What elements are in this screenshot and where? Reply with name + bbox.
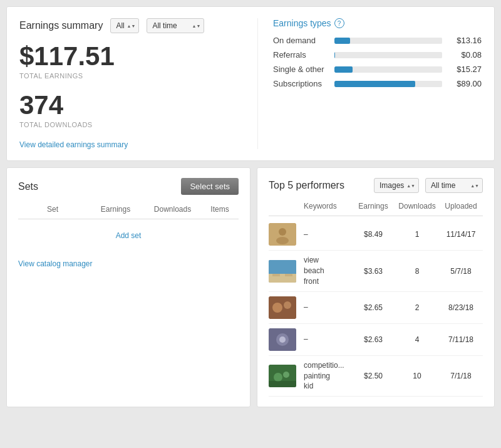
left-summary: Earnings summary All All time This month… bbox=[19, 18, 257, 149]
earnings-row-subscriptions: Subscriptions $89.00 bbox=[273, 79, 482, 88]
sets-col-downloads: Downloads bbox=[144, 205, 201, 214]
earnings-label-referrals: Referrals bbox=[273, 50, 329, 60]
performers-col-uploaded: Uploaded bbox=[439, 202, 483, 211]
performers-row-2: view beach front $3.63 8 5/7/18 bbox=[269, 251, 483, 291]
bar-fill-subscriptions bbox=[334, 81, 415, 87]
svg-point-9 bbox=[272, 303, 282, 313]
total-downloads-label: TOTAL DOWNLOADS bbox=[19, 121, 245, 128]
svg-point-15 bbox=[274, 373, 282, 382]
performers-thumb-5 bbox=[269, 365, 301, 387]
performers-uploaded-2: 5/7/18 bbox=[439, 267, 483, 276]
performers-row-1: – $8.49 1 11/14/17 bbox=[269, 219, 483, 251]
earnings-summary-panel: Earnings summary All All time This month… bbox=[6, 6, 495, 161]
performers-title: Top 5 performers bbox=[269, 180, 368, 191]
performers-col-downloads: Downloads bbox=[395, 202, 439, 211]
performers-earnings-4: $2.63 bbox=[351, 335, 395, 344]
performers-uploaded-4: 7/11/18 bbox=[439, 335, 483, 344]
add-set-container: Add set bbox=[18, 224, 239, 246]
performers-keywords-3: – bbox=[301, 302, 351, 313]
svg-rect-17 bbox=[269, 381, 296, 387]
performers-keywords-4: – bbox=[301, 334, 351, 345]
performers-downloads-1: 1 bbox=[395, 230, 439, 239]
performers-keywords-1: – bbox=[301, 229, 351, 240]
performers-time-filter-select[interactable]: All time This month Last month bbox=[425, 178, 483, 193]
performers-uploaded-1: 11/14/17 bbox=[439, 230, 483, 239]
earnings-types-section: Earnings types ? On demand $13.16 Referr… bbox=[257, 18, 482, 149]
performers-thumb-4 bbox=[269, 328, 301, 351]
earnings-types-title-text: Earnings types bbox=[273, 18, 331, 28]
performers-earnings-1: $8.49 bbox=[351, 230, 395, 239]
scope-filter-select[interactable]: All bbox=[110, 18, 139, 33]
svg-point-1 bbox=[279, 228, 286, 236]
bar-fill-on-demand bbox=[334, 38, 350, 44]
sets-table-header: Set Earnings Downloads Items bbox=[18, 205, 239, 219]
performers-earnings-5: $2.50 bbox=[351, 372, 395, 380]
bar-fill-single-other bbox=[334, 66, 353, 73]
svg-point-16 bbox=[283, 372, 289, 378]
earnings-row-referrals: Referrals $0.08 bbox=[273, 50, 482, 60]
earnings-label-single-other: Single & other bbox=[273, 65, 329, 74]
view-catalog-link[interactable]: View catalog manager bbox=[18, 259, 93, 268]
earnings-amount-subscriptions: $89.00 bbox=[447, 79, 482, 88]
performers-downloads-5: 10 bbox=[395, 372, 439, 380]
sets-panel: Sets Select sets Set Earnings Downloads … bbox=[6, 167, 250, 407]
performers-uploaded-3: 8/23/18 bbox=[439, 303, 483, 312]
bar-container-subscriptions bbox=[334, 81, 442, 87]
scope-filter-wrapper: All bbox=[110, 18, 139, 33]
performers-header: Top 5 performers Images Video Audio All … bbox=[269, 178, 483, 193]
earnings-amount-single-other: $15.27 bbox=[447, 65, 482, 74]
bar-container-on-demand bbox=[334, 38, 442, 44]
time-filter-select[interactable]: All time This month Last month This year bbox=[147, 18, 204, 33]
performers-downloads-2: 8 bbox=[395, 267, 439, 276]
total-downloads-value: 374 bbox=[19, 91, 245, 120]
view-detailed-earnings-link[interactable]: View detailed earnings summary bbox=[19, 140, 128, 149]
performers-thumb-2 bbox=[269, 260, 301, 283]
performers-thumb-1 bbox=[269, 223, 301, 246]
earnings-row-on-demand: On demand $13.16 bbox=[273, 36, 482, 45]
earnings-amount-referrals: $0.08 bbox=[447, 50, 482, 60]
performers-type-filter-wrapper: Images Video Audio bbox=[374, 178, 419, 193]
thumb-svg-3 bbox=[269, 296, 296, 319]
sets-title: Sets bbox=[18, 181, 38, 192]
performers-thumb-3 bbox=[269, 296, 301, 319]
performers-col-thumb bbox=[269, 202, 301, 211]
page-title: Earnings summary bbox=[19, 20, 103, 31]
thumb-svg-1 bbox=[269, 223, 296, 246]
add-set-link[interactable]: Add set bbox=[116, 231, 142, 240]
performers-row-3: – $2.65 2 8/23/18 bbox=[269, 292, 483, 324]
total-earnings-label: TOTAL EARNINGS bbox=[19, 72, 245, 80]
performers-panel: Top 5 performers Images Video Audio All … bbox=[257, 167, 495, 407]
performers-keywords-5: competitio... painting kid bbox=[301, 360, 351, 392]
bar-container-referrals bbox=[334, 52, 442, 58]
sets-header: Sets Select sets bbox=[18, 178, 239, 195]
thumb-svg-2 bbox=[269, 260, 296, 283]
earnings-label-subscriptions: Subscriptions bbox=[273, 79, 329, 88]
earnings-label-on-demand: On demand bbox=[273, 36, 329, 45]
panel-header: Earnings summary All All time This month… bbox=[19, 18, 245, 33]
earnings-row-single-other: Single & other $15.27 bbox=[273, 65, 482, 74]
earnings-types-help-icon[interactable]: ? bbox=[334, 18, 344, 28]
svg-rect-7 bbox=[269, 260, 296, 274]
performers-row-4: – $2.63 4 7/11/18 bbox=[269, 324, 483, 356]
view-catalog-container: View catalog manager bbox=[18, 259, 239, 268]
bottom-row: Sets Select sets Set Earnings Downloads … bbox=[6, 167, 495, 407]
performers-keywords-2: view beach front bbox=[301, 255, 351, 286]
svg-point-2 bbox=[276, 237, 289, 244]
performers-row-5: competitio... painting kid $2.50 10 7/1/… bbox=[269, 356, 483, 397]
performers-downloads-3: 2 bbox=[395, 303, 439, 312]
select-sets-button[interactable]: Select sets bbox=[181, 178, 239, 195]
performers-col-earnings: Earnings bbox=[351, 202, 395, 211]
performers-table-header: Keywords Earnings Downloads Uploaded bbox=[269, 202, 483, 216]
performers-downloads-4: 4 bbox=[395, 335, 439, 344]
time-filter-wrapper: All time This month Last month This year bbox=[147, 18, 204, 33]
sets-col-set: Set bbox=[18, 205, 87, 214]
sets-col-items: Items bbox=[201, 205, 239, 214]
performers-time-filter-wrapper: All time This month Last month bbox=[425, 178, 483, 193]
earnings-amount-on-demand: $13.16 bbox=[447, 36, 482, 45]
bar-container-single-other bbox=[334, 66, 442, 73]
thumb-svg-4 bbox=[269, 328, 296, 351]
earnings-types-header: Earnings types ? bbox=[273, 18, 482, 28]
thumb-svg-5 bbox=[269, 365, 296, 387]
performers-type-filter-select[interactable]: Images Video Audio bbox=[374, 178, 419, 193]
performers-earnings-3: $2.65 bbox=[351, 303, 395, 312]
